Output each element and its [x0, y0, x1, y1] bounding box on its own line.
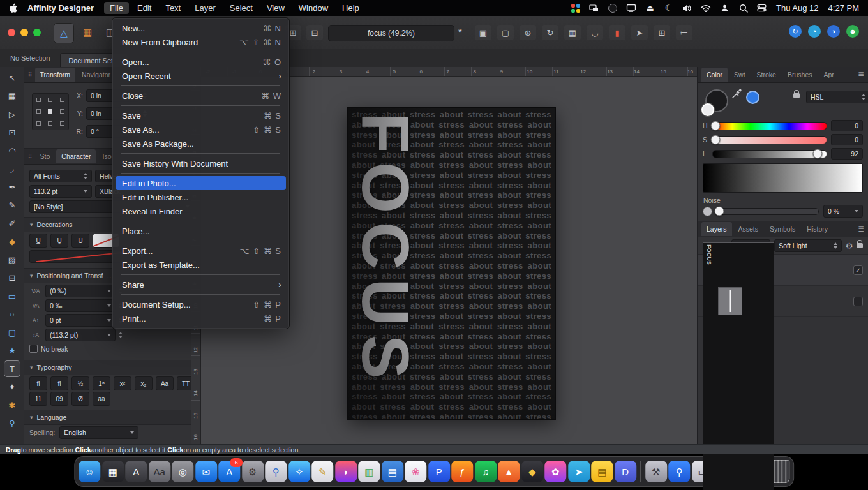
menu-item-save[interactable]: Save⌘ S	[116, 108, 286, 122]
designer-persona-button[interactable]: △	[54, 23, 74, 43]
transform-origin-icon[interactable]: ⊕	[520, 25, 536, 40]
font-collection-select[interactable]: All Fonts	[29, 170, 92, 182]
dock-item-dvd-player[interactable]: ◎	[172, 461, 193, 482]
panel-menu-icon[interactable]: ≣	[858, 225, 864, 234]
saturation-slider-knob[interactable]	[710, 135, 720, 145]
menu-item-new-from-clipboard[interactable]: New From Clipboard⌥ ⇧ ⌘ N	[116, 35, 286, 49]
sync-circle-icon[interactable]: ↻	[789, 25, 802, 38]
tab-color[interactable]: Color	[701, 68, 728, 82]
noise-value[interactable]: 0 %	[823, 205, 863, 218]
swatch-circle-icon[interactable]: ◑	[827, 25, 840, 38]
menubar-time[interactable]: 4:27 PM	[828, 3, 859, 13]
menu-item-new[interactable]: New...⌘ N	[116, 21, 286, 35]
control-center-icon[interactable]	[757, 3, 767, 13]
wifi-icon[interactable]	[701, 3, 711, 13]
display-mirror-icon[interactable]	[589, 3, 599, 13]
menu-item-open[interactable]: Open...⌘ O	[116, 55, 286, 69]
dock-item-mail[interactable]: ✉	[195, 461, 217, 482]
pixel-persona-button[interactable]: ▦	[78, 23, 97, 42]
menu-item-save-as[interactable]: Save As...⇧ ⌘ S	[116, 122, 286, 137]
underline-icon[interactable]: U̲	[29, 234, 47, 248]
menu-item-export[interactable]: Export...⌥ ⇧ ⌘ S	[116, 244, 286, 258]
menu-item-save-history-with-document[interactable]: Save History With Document	[116, 156, 286, 170]
lightness-value[interactable]: 92	[831, 148, 863, 160]
leading-stepper[interactable]	[119, 332, 123, 338]
tab-history[interactable]: History	[802, 222, 833, 236]
search-icon[interactable]	[738, 3, 748, 13]
account-circle-icon[interactable]: ☻	[846, 25, 859, 38]
dock-item-notes[interactable]: ✎	[311, 461, 333, 482]
menubar-menu-text[interactable]: Text	[160, 2, 186, 14]
dock-item-preview[interactable]: ⚲	[265, 461, 287, 482]
menu-item-reveal-in-finder[interactable]: Reveal in Finder	[116, 204, 286, 218]
noise-slider[interactable]	[717, 208, 819, 215]
tracking-input[interactable]: 0 ‰	[45, 299, 116, 312]
artboard-tool[interactable]: ▦	[4, 89, 20, 104]
rectangle-tool[interactable]: ▭	[4, 288, 20, 304]
ellipse-tool[interactable]: ○	[4, 307, 20, 322]
menu-item-open-recent[interactable]: Open Recent›	[116, 69, 286, 83]
menu-item-edit-in-publisher[interactable]: Edit in Publisher...	[116, 190, 286, 204]
rounded-rectangle-tool[interactable]: ▢	[4, 325, 20, 340]
tab-appearance[interactable]: Apr	[819, 68, 839, 82]
tab-symbols[interactable]: Symbols	[765, 222, 800, 236]
typography-section-header[interactable]: ▾Typography	[24, 360, 191, 375]
oldstyle-figures-icon[interactable]: 09	[50, 392, 68, 406]
user-icon[interactable]	[720, 3, 730, 13]
kerning-input[interactable]: (0 ‰)	[45, 285, 116, 297]
panel-grip-icon[interactable]: ⠿	[28, 153, 33, 160]
dock-item-font-book[interactable]: A	[125, 461, 147, 482]
tab-stroke[interactable]: Sto	[35, 149, 56, 163]
corner-tool[interactable]: ◞	[4, 161, 20, 177]
menubar-menu-edit[interactable]: Edit	[131, 2, 157, 14]
transparency-tool[interactable]: ▨	[4, 252, 20, 267]
layer-visibility-checkbox[interactable]: ✓	[853, 265, 863, 275]
dock-item-telegram[interactable]: ➤	[568, 461, 590, 482]
menu-item-export-as-template[interactable]: Export as Template...	[116, 258, 286, 272]
tab-layers[interactable]: Layers	[701, 222, 732, 236]
dock-item-utility-app[interactable]: ⚒	[645, 461, 667, 482]
pen-tool[interactable]: ✒	[4, 179, 20, 195]
menubar-menu-select[interactable]: Select	[224, 2, 258, 14]
dock-item-photos[interactable]: ❀	[405, 461, 426, 482]
discretionary-ligature-icon[interactable]: ﬂ	[50, 376, 68, 390]
eyedropper-icon[interactable]	[731, 88, 742, 101]
dock-item-text-edit[interactable]: Aa	[149, 461, 170, 482]
subscript-icon[interactable]: x₂	[135, 376, 153, 390]
contour-tool[interactable]: ◠	[4, 143, 20, 158]
star-tool[interactable]: ★	[4, 343, 20, 359]
dock-item-stickies[interactable]: ▤	[591, 461, 613, 482]
leading-input[interactable]: (113.2 pt)	[45, 329, 116, 341]
insert-inside-icon[interactable]: ⊞	[654, 25, 670, 40]
monitor-icon[interactable]	[626, 3, 636, 13]
baseline-input[interactable]: 0 pt	[45, 314, 116, 327]
menu-item-save-as-package[interactable]: Save As Package...	[116, 137, 286, 151]
color-lock-icon[interactable]	[793, 93, 800, 98]
hue-slider[interactable]	[712, 122, 827, 130]
pointer-options-icon[interactable]: ➤	[631, 25, 648, 40]
tab-swatches[interactable]: Swt	[729, 68, 751, 82]
order-back-icon[interactable]: ▢	[497, 25, 514, 40]
menubar-menu-window[interactable]: Window	[293, 2, 334, 14]
tab-stroke-panel[interactable]: Stroke	[752, 68, 781, 82]
crop-tool[interactable]: ⊟	[4, 271, 20, 286]
menubar-menu-layer[interactable]: Layer	[189, 2, 221, 14]
layer-row[interactable]: ▸(Group)	[698, 286, 868, 317]
fraction-icon[interactable]: ½	[71, 376, 89, 390]
dock-item-discord[interactable]: D	[615, 461, 636, 482]
tab-assets[interactable]: Assets	[733, 222, 764, 236]
artwork-page[interactable]: stress about stress about stress about s…	[348, 108, 555, 419]
layer-visibility-checkbox[interactable]	[853, 297, 863, 306]
info-circle-icon[interactable]: ◔	[808, 25, 821, 38]
record-icon[interactable]	[608, 3, 617, 13]
pencil-tool[interactable]: ✎	[4, 198, 20, 213]
menubar-app-name[interactable]: Affinity Designer	[27, 3, 94, 13]
ordinal-icon[interactable]: 1ª	[93, 376, 110, 390]
minimize-button[interactable]	[20, 29, 28, 36]
hand-tool[interactable]: ✱	[4, 397, 20, 413]
tab-brushes[interactable]: Brushes	[782, 68, 818, 82]
vector-brush-tool[interactable]: ✐	[4, 216, 20, 231]
dock-item-search-app[interactable]: ⚲	[668, 461, 690, 482]
dock-item-safari[interactable]: ✧	[288, 461, 310, 482]
zoom-tool[interactable]: ⚲	[4, 416, 20, 431]
